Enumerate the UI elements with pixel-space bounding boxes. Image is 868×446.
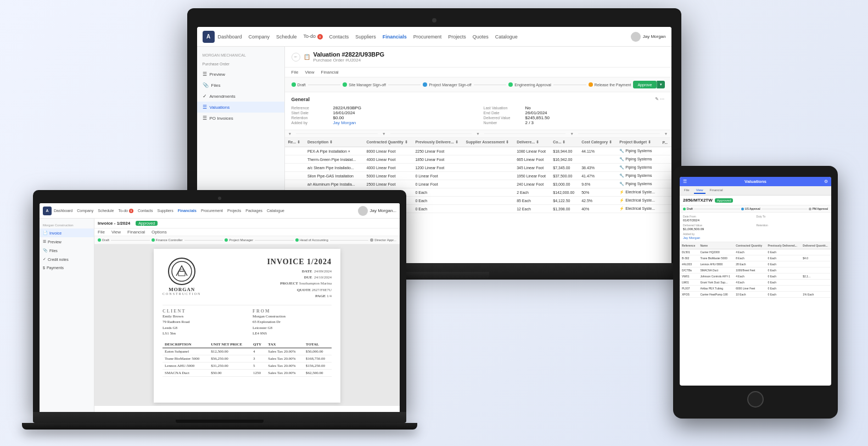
tablet-info-grid: Date From 01/07/2024 Duty To Delivered V…	[680, 213, 831, 242]
invoice-container: MORGAN CONSTRUCTION INVOICE 1/2024 DATE …	[94, 244, 400, 406]
sidebar-item-files[interactable]: 📎 Files	[197, 80, 284, 91]
sidebar-item-amendments[interactable]: ✓ Amendments	[197, 91, 284, 102]
nav-schedule[interactable]: Schedule	[276, 34, 297, 40]
laptop-file-view-bar: File View Financial Options	[94, 228, 400, 236]
sidebar-label-valuations: Valuations	[210, 105, 230, 110]
sidebar-label-amendments: Amendments	[210, 94, 236, 99]
l-nav-suppliers[interactable]: Suppliers	[158, 209, 173, 213]
tablet: ☰ Valuations ⚙ File View Financial 2856/…	[673, 166, 838, 419]
th-cost-category[interactable]: Cost Category ⇕	[578, 138, 616, 147]
l-nav-contacts[interactable]: Contacts	[138, 209, 153, 213]
th-contracted[interactable]: Contracted Quantity ⇕	[363, 138, 412, 147]
nav-catalogue[interactable]: Catalogue	[495, 34, 518, 40]
wf-label-eng: Engineering Approval	[514, 83, 551, 87]
sidebar-item-po-invoices[interactable]: ☰ PO Invoices	[197, 113, 284, 124]
gen-label-end-date: End Date	[484, 111, 522, 115]
l-sidebar-item-credit-notes[interactable]: ✓ Credit notes	[40, 255, 94, 264]
l-nav-dashboard[interactable]: Dashboard	[54, 209, 72, 213]
sidebar-section: Morgan Mechanical	[197, 51, 284, 59]
t-th-contracted[interactable]: Contracted Quantity	[733, 242, 765, 249]
gen-label-last-val: Last Valuation	[484, 106, 522, 110]
file-menu[interactable]: File	[292, 70, 299, 75]
t-table-row: D/CTBa SMACNA Duct 1000/8reet Feet 0 Eac…	[680, 267, 831, 274]
t-td-name: Lennox AHU-5800	[698, 261, 733, 267]
nav-projects[interactable]: Projects	[448, 34, 466, 40]
sidebar-item-preview[interactable]: ☰ Preview	[197, 69, 284, 80]
nav-todo[interactable]: To-do 9	[304, 34, 323, 40]
t-tab-view[interactable]: View	[694, 187, 705, 194]
td-delivered: 1080 Linear Foot	[513, 147, 550, 155]
view-menu[interactable]: View	[305, 70, 314, 75]
td-delivered: 665 Linear Foot	[513, 155, 550, 164]
financial-menu[interactable]: Financial	[321, 70, 339, 75]
th-desc[interactable]: Description ⇕	[304, 138, 363, 147]
nav-quotes[interactable]: Quotes	[473, 34, 489, 40]
l-sidebar-item-payments[interactable]: $ Payments	[40, 264, 94, 272]
approve-button-group[interactable]: Approve ▾	[633, 81, 664, 88]
t-th-name[interactable]: Name	[698, 242, 733, 249]
t-th-delivered[interactable]: Delivered Quantit...	[800, 242, 831, 249]
l-nav-financials[interactable]: Financials	[178, 209, 197, 213]
th-prev[interactable]: Previously Delivere... ⇕	[412, 138, 462, 147]
laptop-topbar: A Dashboard Company Schedule To-do 9 Con…	[40, 203, 400, 219]
l-file-menu[interactable]: File	[98, 230, 105, 235]
nav-dashboard[interactable]: Dashboard	[218, 34, 242, 40]
t-info-added-by: Added by Jay Morgan	[683, 232, 755, 239]
l-wf-label-head: Head of Accounting	[300, 238, 328, 242]
invoice-header: Invoice - 1/2024 Approved	[94, 219, 400, 228]
th-project-budget[interactable]: Project Budget ⇕	[616, 138, 659, 147]
l-nav-packages[interactable]: Packages	[245, 209, 262, 213]
wf-dot-draft	[292, 82, 296, 87]
l-nav-todo[interactable]: To-do 9	[118, 209, 133, 213]
t-td-ref: B-302	[680, 255, 698, 261]
l-nav-projects[interactable]: Projects	[227, 209, 241, 213]
th-supplier[interactable]: Supplier Assessment ⇕	[463, 138, 514, 147]
invoice-quote-label: QUOTE	[297, 288, 311, 292]
nav-suppliers[interactable]: Suppliers	[355, 34, 376, 40]
wf-line-4	[553, 85, 586, 85]
th-delivered[interactable]: Delivere... ⇕	[513, 138, 550, 147]
th-p[interactable]: P...	[659, 138, 671, 147]
t-th-prev[interactable]: Previously Delivered...	[765, 242, 800, 249]
l-sidebar-item-invoice[interactable]: 📄 Invoice	[40, 228, 94, 237]
l-options-menu[interactable]: Options	[152, 230, 167, 235]
invoice-line-row: Trane BioMaster 5000 $56,250.00 3 Sales …	[163, 355, 332, 362]
l-financial-menu[interactable]: Financial	[127, 230, 145, 235]
th-ref[interactable]: Re... ⇕	[285, 138, 304, 147]
l-view-menu[interactable]: View	[111, 230, 121, 235]
l-sidebar-item-preview[interactable]: ☰ Preview	[40, 237, 94, 246]
l-nav-catalogue[interactable]: Catalogue	[267, 209, 284, 213]
nav-company[interactable]: Company	[249, 34, 270, 40]
t-wf-label-draft: Draft	[687, 207, 693, 210]
l-credit-icon: ✓	[43, 257, 46, 261]
tablet-home-button[interactable]	[747, 391, 764, 408]
l-wf-dot-finance	[152, 238, 155, 242]
approve-button[interactable]: Approve	[633, 81, 656, 88]
td-budget	[659, 205, 671, 213]
t-th-ref[interactable]: Reference	[680, 242, 698, 249]
t-tab-financial[interactable]: Financial	[708, 187, 725, 194]
t-tab-file[interactable]: File	[682, 187, 692, 194]
inv-td-tax: Sales Tax 20.00%	[266, 362, 304, 369]
sidebar-item-valuations[interactable]: ☰ Valuations	[197, 102, 284, 113]
td-prev: 0 Linear Foot	[412, 180, 462, 188]
l-sidebar-item-files[interactable]: 📎 Files	[40, 246, 94, 255]
th-co[interactable]: Co... ⇕	[550, 138, 578, 147]
l-nav-procurement[interactable]: Procurement	[201, 209, 223, 213]
td-budget	[659, 180, 671, 188]
nav-financials[interactable]: Financials	[383, 34, 407, 40]
approve-dropdown[interactable]: ▾	[657, 81, 665, 88]
l-nav-schedule[interactable]: Schedule	[98, 209, 114, 213]
wf-line-3	[474, 85, 507, 85]
t-td-name: Trane BioMaster 5000	[698, 255, 733, 261]
nav-contacts[interactable]: Contacts	[329, 34, 349, 40]
gen-label-number: Number	[484, 121, 522, 125]
back-button[interactable]: ←	[292, 53, 300, 62]
t-value-added-by[interactable]: Jay Morgan	[683, 236, 755, 239]
l-wf-label-pm: Project Manager	[229, 238, 253, 242]
nav-procurement[interactable]: Procurement	[413, 34, 442, 40]
gen-value-added-by[interactable]: Jay Morgan	[333, 120, 356, 125]
l-nav-company[interactable]: Company	[77, 209, 93, 213]
invoice-company-name: MORGAN	[169, 287, 195, 292]
tablet-tab-bar: File View Financial	[680, 186, 831, 196]
